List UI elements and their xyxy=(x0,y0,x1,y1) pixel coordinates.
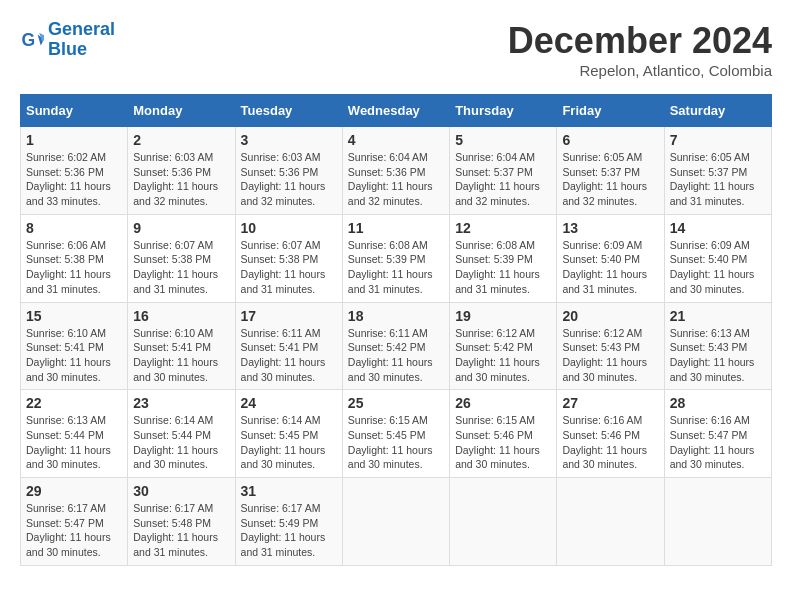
day-number: 30 xyxy=(133,483,229,499)
day-cell: 16Sunrise: 6:10 AMSunset: 5:41 PMDayligh… xyxy=(128,302,235,390)
day-info: Sunrise: 6:02 AMSunset: 5:36 PMDaylight:… xyxy=(26,150,122,209)
day-cell: 1Sunrise: 6:02 AMSunset: 5:36 PMDaylight… xyxy=(21,127,128,215)
day-number: 19 xyxy=(455,308,551,324)
day-info: Sunrise: 6:07 AMSunset: 5:38 PMDaylight:… xyxy=(241,238,337,297)
week-row-5: 29Sunrise: 6:17 AMSunset: 5:47 PMDayligh… xyxy=(21,478,772,566)
day-cell: 29Sunrise: 6:17 AMSunset: 5:47 PMDayligh… xyxy=(21,478,128,566)
day-info: Sunrise: 6:15 AMSunset: 5:45 PMDaylight:… xyxy=(348,413,444,472)
day-info: Sunrise: 6:09 AMSunset: 5:40 PMDaylight:… xyxy=(562,238,658,297)
logo-text: General Blue xyxy=(48,20,115,60)
day-info: Sunrise: 6:07 AMSunset: 5:38 PMDaylight:… xyxy=(133,238,229,297)
day-number: 10 xyxy=(241,220,337,236)
logo-icon: G xyxy=(20,28,44,52)
day-cell xyxy=(557,478,664,566)
day-cell: 9Sunrise: 6:07 AMSunset: 5:38 PMDaylight… xyxy=(128,214,235,302)
day-info: Sunrise: 6:04 AMSunset: 5:37 PMDaylight:… xyxy=(455,150,551,209)
day-number: 26 xyxy=(455,395,551,411)
location-subtitle: Repelon, Atlantico, Colombia xyxy=(508,62,772,79)
day-cell: 21Sunrise: 6:13 AMSunset: 5:43 PMDayligh… xyxy=(664,302,771,390)
day-cell xyxy=(664,478,771,566)
day-number: 27 xyxy=(562,395,658,411)
day-number: 1 xyxy=(26,132,122,148)
day-info: Sunrise: 6:12 AMSunset: 5:43 PMDaylight:… xyxy=(562,326,658,385)
day-number: 14 xyxy=(670,220,766,236)
day-cell: 19Sunrise: 6:12 AMSunset: 5:42 PMDayligh… xyxy=(450,302,557,390)
col-header-thursday: Thursday xyxy=(450,95,557,127)
day-info: Sunrise: 6:11 AMSunset: 5:41 PMDaylight:… xyxy=(241,326,337,385)
day-info: Sunrise: 6:14 AMSunset: 5:44 PMDaylight:… xyxy=(133,413,229,472)
day-info: Sunrise: 6:13 AMSunset: 5:43 PMDaylight:… xyxy=(670,326,766,385)
day-info: Sunrise: 6:10 AMSunset: 5:41 PMDaylight:… xyxy=(26,326,122,385)
day-info: Sunrise: 6:09 AMSunset: 5:40 PMDaylight:… xyxy=(670,238,766,297)
day-number: 3 xyxy=(241,132,337,148)
day-cell: 2Sunrise: 6:03 AMSunset: 5:36 PMDaylight… xyxy=(128,127,235,215)
day-number: 4 xyxy=(348,132,444,148)
day-cell: 28Sunrise: 6:16 AMSunset: 5:47 PMDayligh… xyxy=(664,390,771,478)
day-number: 22 xyxy=(26,395,122,411)
day-number: 9 xyxy=(133,220,229,236)
day-number: 11 xyxy=(348,220,444,236)
day-number: 20 xyxy=(562,308,658,324)
day-info: Sunrise: 6:08 AMSunset: 5:39 PMDaylight:… xyxy=(348,238,444,297)
week-row-1: 1Sunrise: 6:02 AMSunset: 5:36 PMDaylight… xyxy=(21,127,772,215)
day-info: Sunrise: 6:08 AMSunset: 5:39 PMDaylight:… xyxy=(455,238,551,297)
day-number: 5 xyxy=(455,132,551,148)
day-number: 7 xyxy=(670,132,766,148)
day-cell: 8Sunrise: 6:06 AMSunset: 5:38 PMDaylight… xyxy=(21,214,128,302)
day-cell: 7Sunrise: 6:05 AMSunset: 5:37 PMDaylight… xyxy=(664,127,771,215)
day-number: 31 xyxy=(241,483,337,499)
title-block: December 2024 Repelon, Atlantico, Colomb… xyxy=(508,20,772,79)
day-info: Sunrise: 6:17 AMSunset: 5:47 PMDaylight:… xyxy=(26,501,122,560)
day-cell xyxy=(450,478,557,566)
day-number: 18 xyxy=(348,308,444,324)
day-cell: 24Sunrise: 6:14 AMSunset: 5:45 PMDayligh… xyxy=(235,390,342,478)
day-cell: 30Sunrise: 6:17 AMSunset: 5:48 PMDayligh… xyxy=(128,478,235,566)
day-cell: 3Sunrise: 6:03 AMSunset: 5:36 PMDaylight… xyxy=(235,127,342,215)
day-cell: 26Sunrise: 6:15 AMSunset: 5:46 PMDayligh… xyxy=(450,390,557,478)
day-info: Sunrise: 6:15 AMSunset: 5:46 PMDaylight:… xyxy=(455,413,551,472)
col-header-saturday: Saturday xyxy=(664,95,771,127)
day-info: Sunrise: 6:11 AMSunset: 5:42 PMDaylight:… xyxy=(348,326,444,385)
day-info: Sunrise: 6:06 AMSunset: 5:38 PMDaylight:… xyxy=(26,238,122,297)
col-header-friday: Friday xyxy=(557,95,664,127)
day-cell: 5Sunrise: 6:04 AMSunset: 5:37 PMDaylight… xyxy=(450,127,557,215)
day-cell: 18Sunrise: 6:11 AMSunset: 5:42 PMDayligh… xyxy=(342,302,449,390)
day-info: Sunrise: 6:05 AMSunset: 5:37 PMDaylight:… xyxy=(670,150,766,209)
day-number: 21 xyxy=(670,308,766,324)
svg-text:G: G xyxy=(22,29,36,49)
day-info: Sunrise: 6:17 AMSunset: 5:49 PMDaylight:… xyxy=(241,501,337,560)
logo-line1: General xyxy=(48,19,115,39)
day-cell: 27Sunrise: 6:16 AMSunset: 5:46 PMDayligh… xyxy=(557,390,664,478)
day-cell: 12Sunrise: 6:08 AMSunset: 5:39 PMDayligh… xyxy=(450,214,557,302)
day-info: Sunrise: 6:12 AMSunset: 5:42 PMDaylight:… xyxy=(455,326,551,385)
day-number: 12 xyxy=(455,220,551,236)
col-header-sunday: Sunday xyxy=(21,95,128,127)
day-number: 25 xyxy=(348,395,444,411)
col-header-wednesday: Wednesday xyxy=(342,95,449,127)
day-cell: 23Sunrise: 6:14 AMSunset: 5:44 PMDayligh… xyxy=(128,390,235,478)
day-cell: 13Sunrise: 6:09 AMSunset: 5:40 PMDayligh… xyxy=(557,214,664,302)
day-cell: 20Sunrise: 6:12 AMSunset: 5:43 PMDayligh… xyxy=(557,302,664,390)
day-number: 16 xyxy=(133,308,229,324)
day-cell: 31Sunrise: 6:17 AMSunset: 5:49 PMDayligh… xyxy=(235,478,342,566)
day-number: 29 xyxy=(26,483,122,499)
day-cell: 25Sunrise: 6:15 AMSunset: 5:45 PMDayligh… xyxy=(342,390,449,478)
day-info: Sunrise: 6:16 AMSunset: 5:46 PMDaylight:… xyxy=(562,413,658,472)
day-cell: 22Sunrise: 6:13 AMSunset: 5:44 PMDayligh… xyxy=(21,390,128,478)
day-info: Sunrise: 6:03 AMSunset: 5:36 PMDaylight:… xyxy=(133,150,229,209)
day-info: Sunrise: 6:17 AMSunset: 5:48 PMDaylight:… xyxy=(133,501,229,560)
calendar-table: SundayMondayTuesdayWednesdayThursdayFrid… xyxy=(20,94,772,566)
day-info: Sunrise: 6:13 AMSunset: 5:44 PMDaylight:… xyxy=(26,413,122,472)
col-header-tuesday: Tuesday xyxy=(235,95,342,127)
day-cell: 6Sunrise: 6:05 AMSunset: 5:37 PMDaylight… xyxy=(557,127,664,215)
week-row-3: 15Sunrise: 6:10 AMSunset: 5:41 PMDayligh… xyxy=(21,302,772,390)
day-info: Sunrise: 6:04 AMSunset: 5:36 PMDaylight:… xyxy=(348,150,444,209)
week-row-2: 8Sunrise: 6:06 AMSunset: 5:38 PMDaylight… xyxy=(21,214,772,302)
day-cell: 17Sunrise: 6:11 AMSunset: 5:41 PMDayligh… xyxy=(235,302,342,390)
day-cell: 4Sunrise: 6:04 AMSunset: 5:36 PMDaylight… xyxy=(342,127,449,215)
week-row-4: 22Sunrise: 6:13 AMSunset: 5:44 PMDayligh… xyxy=(21,390,772,478)
day-cell: 15Sunrise: 6:10 AMSunset: 5:41 PMDayligh… xyxy=(21,302,128,390)
day-number: 6 xyxy=(562,132,658,148)
day-cell: 14Sunrise: 6:09 AMSunset: 5:40 PMDayligh… xyxy=(664,214,771,302)
day-info: Sunrise: 6:16 AMSunset: 5:47 PMDaylight:… xyxy=(670,413,766,472)
